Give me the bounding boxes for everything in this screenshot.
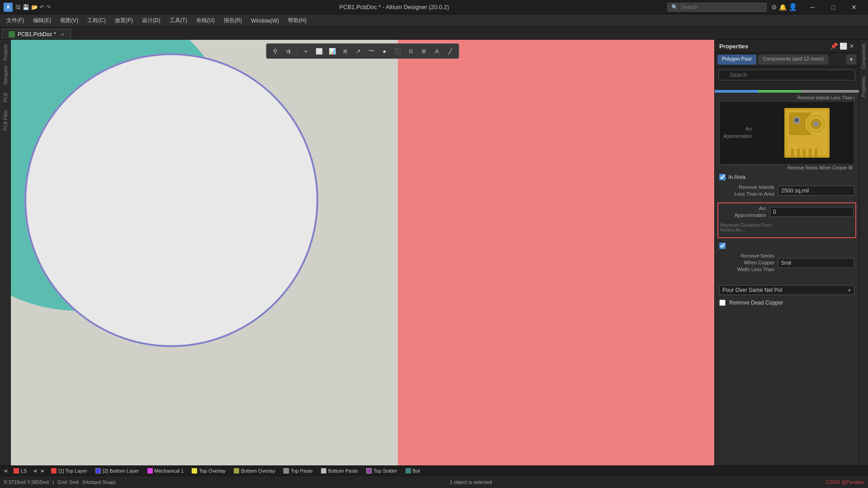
layer-nav-prev[interactable]: ◀ bbox=[2, 467, 9, 474]
layer-tab-topsolder[interactable]: Top Solder bbox=[363, 467, 401, 474]
quick-access: 🖫 💾 📂 ↶ ↷ bbox=[15, 4, 51, 10]
menu-help[interactable]: 帮助(H) bbox=[283, 15, 311, 26]
in-area-checkbox[interactable] bbox=[719, 174, 726, 180]
title-search-input[interactable] bbox=[681, 4, 753, 10]
toolbar-components[interactable]: ⊞ bbox=[340, 45, 351, 57]
layer-tab-toppaste[interactable]: Top Paste bbox=[280, 467, 316, 474]
remove-necks-label: Remove NecksWhen CopperWidth Less Than bbox=[719, 253, 778, 273]
layer-tab-bottom[interactable]: [2] Bottom Layer bbox=[92, 467, 143, 474]
toolbar-curve[interactable]: 〜 bbox=[366, 45, 377, 57]
tab-close-icon[interactable]: ✕ bbox=[61, 32, 64, 37]
sidebar-item-pcbfilter[interactable]: PCB Filter bbox=[0, 109, 10, 131]
properties-panel: Properties 📌 ⬜ ✕ Polygon Pour Components… bbox=[714, 40, 859, 465]
layer-tab-ls[interactable]: LS bbox=[10, 467, 30, 474]
prop-scrollbar-area: Remove Islands Less Than i ArcApproximat… bbox=[715, 94, 859, 465]
remove-dead-copper-row: Remove Dead Copper bbox=[715, 298, 859, 308]
right-tab-properties[interactable]: Properties bbox=[860, 73, 868, 101]
remove-islands-input[interactable] bbox=[778, 186, 854, 196]
remove-necks-checkbox[interactable] bbox=[719, 243, 726, 249]
tab-label: PCB1.PcbDoc * bbox=[18, 31, 56, 38]
title-bar: A 🖫 💾 📂 ↶ ↷ PCB1.PcbDoc * - Altium Desig… bbox=[0, 0, 868, 14]
properties-header: Properties 📌 ⬜ ✕ bbox=[715, 40, 859, 53]
toolbar-route[interactable]: ↗ bbox=[353, 45, 364, 57]
prop-tab-filter[interactable]: ▼ bbox=[846, 55, 856, 65]
layer-tab-bottomoverlay[interactable]: Bottom Overlay bbox=[230, 467, 279, 474]
remove-necks-input[interactable] bbox=[778, 258, 854, 268]
title-search-box[interactable]: 🔍 bbox=[667, 3, 767, 12]
pcb-canvas[interactable]: ⚲ ⇉ + ⬜ 📊 ⊞ ↗ 〜 ● ⬛ ⊡ ⊞ A ╱ bbox=[11, 40, 714, 465]
svg-rect-7 bbox=[797, 149, 800, 158]
pin-icon[interactable]: 📌 bbox=[830, 42, 838, 50]
layer-label-bot: Bot bbox=[413, 468, 420, 474]
status-coords: X:3715mil Y:3655mil bbox=[4, 479, 49, 485]
layer-tab-top[interactable]: [1] Top Layer bbox=[47, 467, 90, 474]
layer-tab-bottompaste[interactable]: Bottom Paste bbox=[317, 467, 362, 474]
pour-over-row: Pour Over Same Net Pol Pour Over All Net… bbox=[715, 282, 859, 298]
layer-nav-ls-prev[interactable]: ◀ bbox=[31, 467, 38, 474]
menu-route[interactable]: 布线(U) bbox=[192, 15, 219, 26]
layer-tab-topoverlay[interactable]: Top Overlay bbox=[188, 467, 229, 474]
prop-tab-polygon[interactable]: Polygon Pour bbox=[717, 55, 756, 65]
toolbar-via[interactable]: ⊞ bbox=[418, 45, 430, 57]
layer-label-topsolder: Top Solder bbox=[373, 468, 397, 474]
toolbar-chart[interactable]: 📊 bbox=[326, 45, 338, 57]
close-button[interactable]: ✕ bbox=[844, 0, 864, 14]
menu-file[interactable]: 文件(F) bbox=[2, 15, 28, 26]
prop-tab-components[interactable]: Components (and 12 more) bbox=[758, 55, 828, 65]
menu-edit[interactable]: 编辑(E) bbox=[28, 15, 56, 26]
svg-rect-9 bbox=[809, 149, 811, 158]
toolbar-inspect[interactable]: ⊡ bbox=[405, 45, 417, 57]
menu-view[interactable]: 视图(V) bbox=[56, 15, 83, 26]
sidebar-item-pcb[interactable]: PCB bbox=[0, 87, 10, 108]
sidebar-item-projects[interactable]: Projects bbox=[0, 42, 10, 63]
layer-dot-bottomoverlay bbox=[234, 468, 239, 474]
account-icon[interactable]: 👤 bbox=[788, 3, 797, 11]
layer-nav-ls-next[interactable]: ▶ bbox=[39, 467, 47, 474]
undock-icon[interactable]: ⬜ bbox=[840, 42, 847, 50]
settings-icon[interactable]: ⚙ bbox=[771, 4, 777, 11]
sidebar-item-navigator[interactable]: Navigator bbox=[0, 64, 10, 86]
arc-approx-input[interactable] bbox=[770, 207, 854, 217]
arc-approx-preview-label: ArcApproximation bbox=[723, 126, 752, 140]
menu-tools[interactable]: 工具(T) bbox=[165, 15, 192, 26]
maximize-button[interactable]: □ bbox=[823, 0, 844, 14]
layer-dot-topoverlay bbox=[192, 468, 197, 474]
prop-search-input[interactable] bbox=[718, 70, 855, 80]
toolbar-line[interactable]: ╱ bbox=[444, 45, 456, 57]
menu-project[interactable]: 工程(C) bbox=[83, 15, 110, 26]
toolbar-text[interactable]: A bbox=[431, 45, 443, 57]
layer-tab-mechanical[interactable]: Mechanical 1 bbox=[144, 467, 188, 474]
menu-window[interactable]: Window(W) bbox=[246, 16, 283, 26]
toolbar-select-rect[interactable]: ⬜ bbox=[313, 45, 325, 57]
properties-title: Properties bbox=[719, 43, 748, 50]
status-bar: X:3715mil Y:3655mil | Grid: 5mil (Hotspo… bbox=[0, 475, 868, 488]
menu-report[interactable]: 报告(R) bbox=[219, 15, 247, 26]
tab-pcb1[interactable]: PCB1.PcbDoc * ✕ bbox=[2, 29, 71, 39]
properties-header-icons: 📌 ⬜ ✕ bbox=[830, 42, 854, 50]
toolbar-clear[interactable]: ⇉ bbox=[283, 45, 294, 57]
right-tab-components[interactable]: Components bbox=[860, 40, 868, 73]
remove-necks-value bbox=[778, 258, 854, 268]
svg-point-12 bbox=[795, 118, 798, 122]
notifications-icon[interactable]: 🔔 bbox=[779, 4, 787, 11]
progress-segment1 bbox=[715, 90, 758, 93]
status-snap: (Hotspot Snap) bbox=[82, 479, 116, 485]
toolbar-add[interactable]: + bbox=[300, 45, 312, 57]
pour-over-dropdown[interactable]: Pour Over Same Net Pol Pour Over All Net… bbox=[719, 285, 854, 295]
toolbar-rect[interactable]: ⬛ bbox=[392, 45, 404, 57]
remove-dead-copper-checkbox[interactable] bbox=[719, 300, 726, 306]
layer-dot-bottompaste bbox=[321, 468, 326, 474]
layer-tab-bot[interactable]: Bot bbox=[402, 467, 424, 474]
arc-approx-label: ArcApproximation bbox=[720, 205, 770, 219]
toolbar-filter[interactable]: ⚲ bbox=[269, 45, 281, 57]
menu-design[interactable]: 设计(D) bbox=[137, 15, 165, 26]
minimize-button[interactable]: ─ bbox=[802, 0, 823, 14]
tab-pcb-icon bbox=[9, 31, 15, 38]
floating-toolbar: ⚲ ⇉ + ⬜ 📊 ⊞ ↗ 〜 ● ⬛ ⊡ ⊞ A ╱ bbox=[266, 43, 459, 59]
close-panel-icon[interactable]: ✕ bbox=[849, 42, 854, 50]
right-sidebar: Components Properties bbox=[859, 40, 868, 465]
menu-place[interactable]: 放置(P) bbox=[110, 15, 137, 26]
remove-necks-preview-label: Remove Necks When Cooper W bbox=[719, 165, 854, 170]
layer-label-topoverlay: Top Overlay bbox=[199, 468, 226, 474]
toolbar-circle[interactable]: ● bbox=[379, 45, 391, 57]
